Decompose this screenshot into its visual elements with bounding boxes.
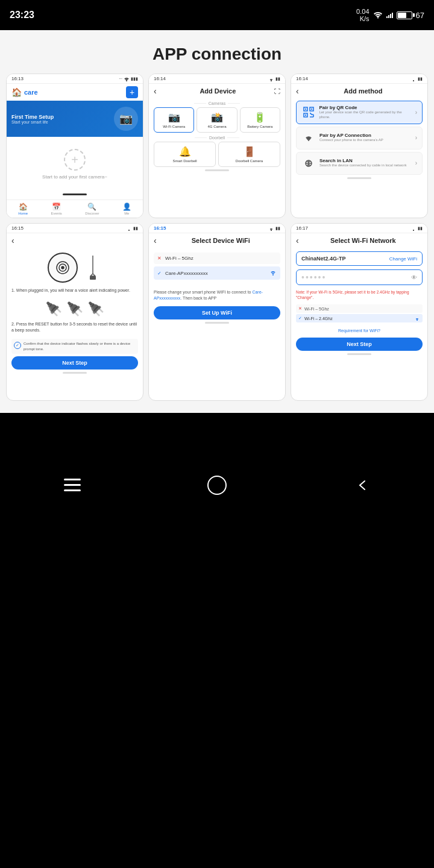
wifi-ap-icon [301, 131, 316, 145]
ph1-nav-events[interactable]: 📅 Events [51, 203, 61, 215]
battery-icon [397, 11, 412, 19]
ph4-cable-2: 🔌 [67, 301, 83, 316]
ph4-next-button[interactable]: Next Step [11, 356, 138, 370]
ph4-status-icons: ▮▮ [126, 226, 138, 231]
ph2-doorbell-camera[interactable]: 🚪 Doorbell Camera [218, 142, 280, 167]
ph3-method-qr[interactable]: Pair by QR Code Let your device scan the… [296, 101, 423, 124]
ph5-wifi-5ghz-name: Wi-Fi – 5Ghz [165, 256, 277, 261]
nav-menu-button[interactable] [57, 470, 87, 500]
ph1-nav-events-label: Events [51, 212, 61, 215]
ph3-method-ap[interactable]: Pair by AP Connection Connect your phone… [296, 127, 423, 149]
phone-frame-1: 16:13 ··· ▮▮▮ 🏠 care + First Time Setup … [6, 74, 143, 218]
ph5-wifi-ap-signal-icon [269, 269, 277, 277]
status-bar: 23:23 0.04K/s 67 [0, 0, 434, 30]
ph1-nav-me[interactable]: 👤 Me [122, 203, 131, 215]
ph6-next-button[interactable]: Next Step [296, 338, 423, 351]
ph2-4g-camera[interactable]: 📸 4G Camera [197, 107, 237, 133]
ph6-note-text: Note: If your Wi-Fi is 5GHz, please set … [291, 288, 427, 302]
ph3-lan-desc: Search the device connected by cable in … [319, 163, 406, 168]
ph6-back-button[interactable]: ‹ [296, 236, 299, 245]
ph3-back-button[interactable]: ‹ [296, 86, 299, 96]
nav-back-button[interactable] [347, 470, 377, 500]
ph3-qr-desc: Let your device scan the QR code generat… [319, 110, 411, 120]
ph1-banner-sub: Start your smart life [11, 120, 54, 124]
ph5-wifi-ap-name: Care-APxxxxxxxxxx [165, 271, 266, 276]
ph4-home-indicator [63, 372, 87, 374]
ph6-eye-icon[interactable]: 👁 [411, 274, 417, 281]
ph4-step1-text: 1. When plugged in, you will hear a voic… [7, 288, 143, 296]
ph2-smart-doorbell[interactable]: 🔔 Smart Doorbell [154, 142, 216, 167]
nav-home-button[interactable] [202, 470, 232, 500]
ph2-device-grid: 📷 Wi-Fi Camera 📸 4G Camera 🔋 Battery Cam… [149, 107, 285, 133]
ph1-nav-discover[interactable]: 🔍 Discover [85, 203, 99, 215]
ph3-ap-desc: Connect your phone to the camera's AP [319, 138, 383, 143]
ph5-wifi-care-ap[interactable]: ✓ Care-APxxxxxxxxxx [154, 266, 280, 280]
ph4-time: 16:15 [11, 225, 24, 231]
signal-icon [386, 12, 393, 18]
ph2-battery-camera[interactable]: 🔋 Battery Camera [240, 107, 280, 133]
ph6-time: 16:17 [296, 225, 308, 231]
ph4-cable-3: 🔌 [88, 301, 104, 316]
wifi-camera-icon: 📷 [168, 112, 180, 123]
ph3-lan-text: Search in LAN Search the device connecte… [319, 158, 406, 168]
phone-frame-4: 16:15 ▮▮ ‹ [6, 223, 143, 401]
svg-point-21 [208, 476, 226, 494]
phone-grid-row1: 16:13 ··· ▮▮▮ 🏠 care + First Time Setup … [0, 74, 434, 218]
ph4-back-button[interactable]: ‹ [7, 233, 143, 248]
ph2-home-indicator [205, 169, 229, 171]
care-add-button[interactable]: + [126, 86, 138, 98]
ph2-header: ‹ Add Device ⛶ [149, 84, 285, 98]
ph6-wifi-2ghz[interactable]: ✓ Wi-Fi – 2.4Ghz [296, 314, 423, 322]
ph3-method-lan[interactable]: Search in LAN Search the device connecte… [296, 152, 423, 175]
svg-rect-20 [64, 489, 81, 491]
phone-frame-3: 16:14 ▮▮ ‹ Add method [291, 74, 428, 218]
ph1-nav-me-label: Me [124, 212, 129, 215]
ph3-qr-text: Pair by QR Code Let your device scan the… [319, 105, 411, 120]
wifi-camera-label: Wi-Fi Camera [163, 125, 185, 128]
lan-search-icon [301, 156, 316, 171]
ph6-wifi-signal-icon [414, 316, 420, 321]
ph3-lan-title: Search in LAN [319, 158, 406, 163]
ph6-network-box: ChinaNet2.4G-TP Change WiFi [296, 251, 423, 266]
ph3-home-indicator [347, 177, 371, 179]
ph6-wifi-5ghz-x-icon: ✕ [298, 306, 302, 311]
ph3-ap-text: Pair by AP Connection Connect your phone… [319, 133, 383, 143]
ph2-wifi-camera[interactable]: 📷 Wi-Fi Camera [154, 107, 194, 133]
ph6-header: ‹ Select Wi-Fi Network [291, 233, 427, 248]
phone-frame-6: 16:17 ▮▮ ‹ Select Wi-Fi Network ChinaNet… [291, 223, 428, 401]
svg-rect-5 [305, 115, 306, 116]
ph6-requirement-link[interactable]: Requirement for WiFi? [291, 326, 427, 335]
battery-camera-icon: 🔋 [254, 112, 266, 123]
qr-code-icon [301, 105, 315, 119]
ph3-status-icons: ▮▮ [410, 77, 423, 81]
page-title: APP connection [0, 30, 434, 74]
ph4-cables-image: 🔌 🔌 🔌 [7, 296, 143, 321]
ph2-expand-button[interactable]: ⛶ [274, 88, 280, 95]
ph1-header: 🏠 care + [7, 84, 143, 101]
ph5-wifi-5ghz[interactable]: ✕ Wi-Fi – 5Ghz [154, 253, 280, 264]
ph6-wifi-5ghz[interactable]: ✕ Wi-Fi – 5Ghz [296, 304, 423, 313]
ph2-back-button[interactable]: ‹ [154, 86, 157, 96]
ph5-back-button[interactable]: ‹ [154, 236, 157, 245]
ph1-banner-title: First Time Setup [11, 114, 54, 120]
smart-doorbell-label: Smart Doorbell [172, 159, 197, 163]
ph4-device-image [7, 248, 143, 288]
phone-frame-2: 16:14 ▮▮ ‹ Add Device ⛶ Cameras 📷 Wi-Fi … [148, 74, 286, 218]
network-speed: 0.04K/s [356, 8, 369, 22]
ph3-header: ‹ Add method [291, 84, 427, 98]
ph3-title: Add method [304, 87, 423, 95]
ph1-add-circle[interactable]: + [64, 149, 86, 171]
ph4-confirm-row: ✓ Confirm that the device indicator flas… [11, 339, 138, 354]
svg-rect-3 [305, 108, 306, 110]
ph2-status: 16:14 ▮▮ [149, 74, 285, 84]
ph5-setup-wifi-button[interactable]: Set Up WiFi [154, 306, 280, 319]
ph1-status: 16:13 ··· ▮▮▮ [7, 74, 143, 84]
ph1-nav-home[interactable]: 🏠 Home [18, 203, 28, 215]
ph4-check-icon: ✓ [14, 342, 21, 349]
ph6-title: Select Wi-Fi Network [304, 237, 423, 244]
ph5-wifi-list: ✕ Wi-Fi – 5Ghz ✓ Care-APxxxxxxxxxx [149, 248, 285, 287]
svg-rect-19 [64, 484, 81, 486]
ph6-change-wifi-button[interactable]: Change WiFi [389, 256, 417, 262]
ph2-doorbell-label: Doorbell [149, 133, 285, 142]
svg-rect-17 [90, 276, 96, 280]
